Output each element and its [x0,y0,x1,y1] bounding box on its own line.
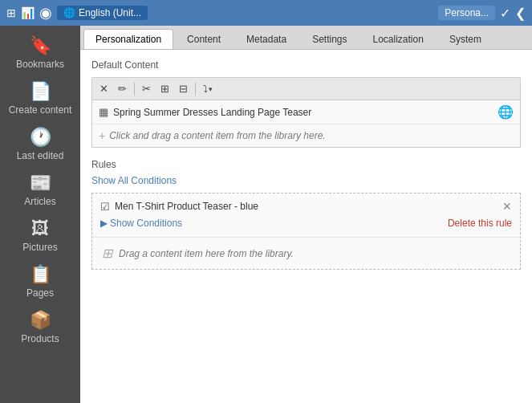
sidebar-item-pages[interactable]: 📋 Pages [0,258,80,303]
sidebar-item-last-edited[interactable]: 🕐 Last edited [0,120,80,166]
sidebar-item-label: Pictures [22,242,57,253]
toolbar-cut-btn[interactable]: ✂ [138,80,155,97]
rules-section: Rules Show All Conditions ☑ Men T-Shirt … [91,159,521,270]
sidebar-item-label: Last edited [17,150,64,161]
pictures-icon: 🖼 [31,218,49,239]
content-item-text: Spring Summer Dresses Landing Page Tease… [113,107,493,118]
articles-icon: 📰 [30,173,51,193]
tab-localization[interactable]: Localization [361,29,436,49]
language-label: English (Unit... [79,7,141,18]
tab-bar: Personalization Content Metadata Setting… [80,26,532,50]
sidebar: 🔖 Bookmarks 📄 Create content 🕐 Last edit… [0,26,80,403]
toolbar-edit-btn[interactable]: ✏ [114,80,131,97]
rule-item-text: Men T-Shirt Product Teaser - blue [115,201,497,212]
language-icon: 🌐 [63,7,75,18]
tab-settings[interactable]: Settings [300,29,359,49]
show-all-conditions-link[interactable]: Show All Conditions [91,175,177,186]
toolbar-insert-btn[interactable]: ⤵ ▾ [199,81,217,97]
sitecore-icon[interactable]: ◉ [39,4,52,22]
plus-icon: + [99,129,105,142]
rules-title: Rules [91,159,116,170]
drag-icon: ⊞ [102,246,112,261]
delete-rule-link[interactable]: Delete this rule [448,218,512,229]
sidebar-item-create-content[interactable]: 📄 Create content [0,75,80,120]
main-layout: 🔖 Bookmarks 📄 Create content 🕐 Last edit… [0,26,532,403]
pages-icon: 📋 [30,264,51,285]
sidebar-item-label: Pages [26,287,54,299]
content-item-icon: ▦ [99,106,108,118]
globe-icon[interactable]: 🌐 [497,104,514,120]
toolbar-sep-1 [134,83,135,96]
persona-label: Persona... [445,7,489,18]
content-item-spring-summer: ▦ Spring Summer Dresses Landing Page Tea… [92,100,520,124]
personalization-content: Default Content ✕ ✏ ✂ ⊞ ⊟ ⤵ ▾ ▦ Spring [80,50,532,403]
grid-icon[interactable]: ⊞ [6,6,16,19]
rule-checkbox-icon[interactable]: ☑ [100,201,110,213]
sidebar-item-products[interactable]: 📦 Products [0,303,80,349]
rule-conditions-row: ▶ Show Conditions Delete this rule [100,213,512,230]
drag-rule-hint: ⊞ Drag a content item here from the libr… [92,238,520,269]
sidebar-item-label: Create content [9,104,72,116]
language-selector[interactable]: 🌐 English (Unit... [57,6,148,20]
sidebar-item-label: Bookmarks [16,59,64,70]
content-toolbar: ✕ ✏ ✂ ⊞ ⊟ ⤵ ▾ [91,77,521,100]
rules-box: ☑ Men T-Shirt Product Teaser - blue ✕ ▶ … [91,193,521,270]
bookmarks-icon: 🔖 [30,35,51,56]
check-button[interactable]: ✓ [500,6,510,21]
collapse-button[interactable]: ❮ [515,6,526,21]
products-icon: 📦 [30,310,51,331]
drag-hint-text: Click and drag a content item from the l… [109,130,325,141]
toolbar-copy-btn[interactable]: ⊞ [156,80,173,97]
rule-close-button[interactable]: ✕ [502,200,512,213]
toolbar-sep-2 [195,83,196,96]
show-conditions-link[interactable]: ▶ Show Conditions [100,218,182,229]
rule-item-men-tshirt: ☑ Men T-Shirt Product Teaser - blue ✕ ▶ … [92,193,520,238]
topbar: ⊞ 📊 ◉ 🌐 English (Unit... Persona... ✓ ❮ [0,0,532,26]
drag-rule-hint-text: Drag a content item here from the librar… [119,248,294,259]
toolbar-close-btn[interactable]: ✕ [95,80,112,97]
create-content-icon: 📄 [30,81,51,102]
chevron-right-icon: ▶ [100,218,108,229]
show-conditions-label: Show Conditions [110,218,182,229]
tab-personalization[interactable]: Personalization [83,29,173,49]
main-panel: Personalization Content Metadata Setting… [80,26,532,403]
default-drag-hint: + Click and drag a content item from the… [92,124,520,147]
last-edited-icon: 🕐 [30,127,51,148]
tab-system[interactable]: System [437,29,493,49]
tab-content[interactable]: Content [175,29,233,49]
sidebar-item-label: Products [21,333,59,344]
sidebar-item-bookmarks[interactable]: 🔖 Bookmarks [0,29,80,75]
default-content-label: Default Content [91,59,521,71]
analytics-icon[interactable]: 📊 [21,6,35,19]
rules-header: Rules [91,159,521,170]
sidebar-item-pictures[interactable]: 🖼 Pictures [0,212,80,258]
tab-metadata[interactable]: Metadata [234,29,298,49]
default-content-box: ▦ Spring Summer Dresses Landing Page Tea… [91,100,521,148]
toolbar-paste-btn[interactable]: ⊟ [175,80,192,97]
sidebar-item-label: Articles [24,196,55,207]
sidebar-item-articles[interactable]: 📰 Articles [0,166,80,212]
rule-item-header: ☑ Men T-Shirt Product Teaser - blue ✕ [100,200,512,213]
persona-selector[interactable]: Persona... [438,6,495,20]
